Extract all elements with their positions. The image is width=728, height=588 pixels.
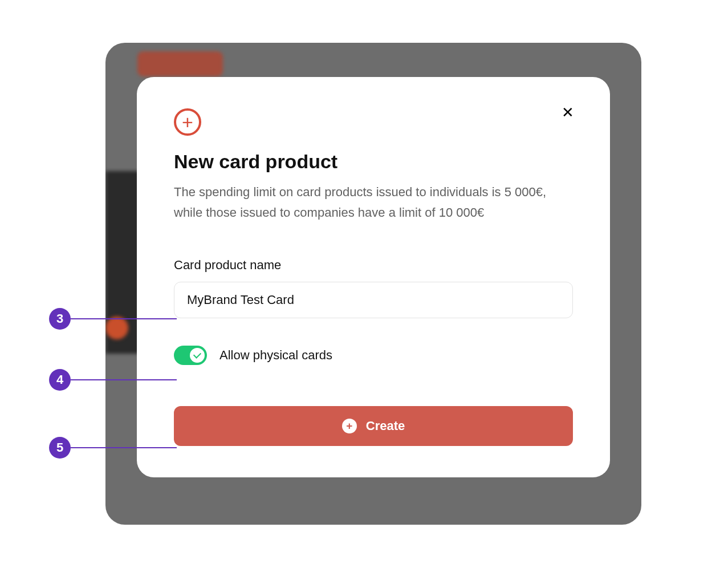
callout-5: 5 [49,437,177,459]
callout-3: 3 [49,308,177,330]
modal-description: The spending limit on card products issu… [174,182,573,224]
modal-backdrop: + ✕ New card product The spending limit … [105,43,641,525]
new-card-product-modal: + ✕ New card product The spending limit … [137,77,610,477]
close-button[interactable]: ✕ [560,104,576,120]
callout-badge-5: 5 [49,437,71,459]
allow-physical-toggle-row: Allow physical cards [174,346,573,365]
settings-button-blurred [137,51,223,76]
card-name-input[interactable] [174,282,573,318]
callout-4: 4 [49,369,177,391]
create-button[interactable]: + Create [174,406,573,446]
card-name-label: Card product name [174,258,573,273]
plus-circle-icon: + [174,108,201,136]
create-button-label: Create [366,419,405,433]
modal-title: New card product [174,151,573,173]
callout-line [71,379,177,380]
callout-line [71,318,177,319]
callout-line [71,447,177,448]
callout-badge-4: 4 [49,369,71,391]
allow-physical-toggle[interactable] [174,346,207,365]
close-icon: ✕ [562,104,574,121]
check-icon [190,348,205,363]
plus-icon: + [342,419,357,433]
outer-frame: + ✕ New card product The spending limit … [17,17,711,571]
callout-badge-3: 3 [49,308,71,330]
allow-physical-label: Allow physical cards [219,348,332,363]
